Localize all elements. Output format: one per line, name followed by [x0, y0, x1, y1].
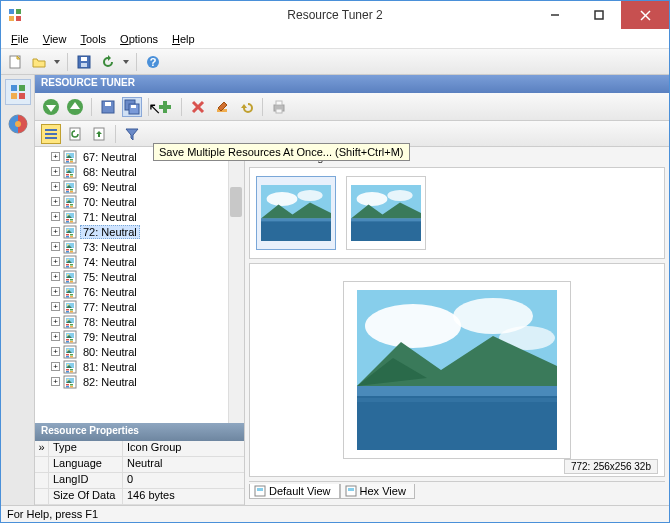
tree-item[interactable]: +69: Neutral	[39, 179, 244, 194]
property-row[interactable]: Size Of Data146 bytes	[35, 489, 244, 505]
resource-icon	[63, 345, 77, 359]
view-refresh-icon[interactable]	[65, 124, 85, 144]
tree-item[interactable]: +73: Neutral	[39, 239, 244, 254]
nav-up-icon[interactable]	[65, 97, 85, 117]
add-icon[interactable]	[155, 97, 175, 117]
svg-rect-185	[351, 219, 421, 241]
menu-help[interactable]: Help	[166, 31, 201, 47]
resource-icon	[63, 300, 77, 314]
menu-view[interactable]: View	[37, 31, 73, 47]
open-dropdown-icon[interactable]	[53, 60, 61, 64]
property-row[interactable]: »TypeIcon Group	[35, 441, 244, 457]
view-toolbar: Save Multiple Resources At Once... (Shif…	[35, 121, 669, 147]
svg-marker-46	[126, 129, 138, 140]
menu-options[interactable]: Options	[114, 31, 164, 47]
expand-icon[interactable]: +	[51, 212, 60, 221]
svg-rect-173	[66, 386, 69, 388]
svg-rect-110	[70, 266, 73, 268]
svg-rect-13	[81, 63, 87, 67]
svg-rect-99	[66, 249, 69, 251]
property-key: Size Of Data	[49, 489, 123, 504]
tree-item[interactable]: +74: Neutral	[39, 254, 244, 269]
expand-icon[interactable]: +	[51, 182, 60, 191]
save-resource-icon[interactable]	[98, 97, 118, 117]
save-icon[interactable]	[74, 52, 94, 72]
expand-icon[interactable]: +	[51, 362, 60, 371]
svg-rect-150	[70, 341, 73, 343]
tree-item[interactable]: +72: Neutral	[39, 224, 244, 239]
expand-icon[interactable]: +	[51, 347, 60, 356]
print-icon[interactable]	[269, 97, 289, 117]
svg-rect-132	[70, 309, 73, 311]
resource-tree[interactable]: +67: Neutral+68: Neutral+69: Neutral+70:…	[35, 147, 244, 423]
tree-item-label: 79: Neutral	[80, 331, 140, 343]
expand-icon[interactable]: +	[51, 317, 60, 326]
undo-icon[interactable]	[236, 97, 256, 117]
property-row[interactable]: LanguageNeutral	[35, 457, 244, 473]
expand-icon[interactable]: +	[51, 197, 60, 206]
new-file-icon[interactable]	[5, 52, 25, 72]
help-icon[interactable]: ?	[143, 52, 163, 72]
expand-icon[interactable]: +	[51, 302, 60, 311]
svg-rect-118	[70, 281, 73, 283]
svg-rect-149	[66, 341, 69, 343]
minimize-button[interactable]	[533, 1, 577, 29]
resource-icon	[63, 240, 77, 254]
svg-rect-124	[70, 294, 73, 296]
svg-rect-131	[66, 309, 69, 311]
tree-item[interactable]: +70: Neutral	[39, 194, 244, 209]
tree-item[interactable]: +81: Neutral	[39, 359, 244, 374]
expand-icon[interactable]: +	[51, 377, 60, 386]
tree-item[interactable]: +79: Neutral	[39, 329, 244, 344]
refresh-icon[interactable]	[98, 52, 118, 72]
tree-item[interactable]: +77: Neutral	[39, 299, 244, 314]
tree-item[interactable]: +80: Neutral	[39, 344, 244, 359]
tree-item[interactable]: +75: Neutral	[39, 269, 244, 284]
expand-icon[interactable]: +	[51, 152, 60, 161]
tree-item[interactable]: +68: Neutral	[39, 164, 244, 179]
view-tab[interactable]: Hex View	[340, 484, 415, 499]
resource-icon	[63, 360, 77, 374]
thumbnail[interactable]	[346, 176, 426, 250]
separator	[136, 53, 137, 71]
tree-item[interactable]: +71: Neutral	[39, 209, 244, 224]
expand-icon[interactable]: +	[51, 272, 60, 281]
nav-down-icon[interactable]	[41, 97, 61, 117]
tree-item[interactable]: +78: Neutral	[39, 314, 244, 329]
svg-rect-67	[66, 189, 69, 191]
tree-item[interactable]: +76: Neutral	[39, 284, 244, 299]
property-row[interactable]: LangID0	[35, 473, 244, 489]
export-icon[interactable]	[89, 124, 109, 144]
menu-file[interactable]: File	[5, 31, 35, 47]
tree-scrollbar[interactable]	[228, 147, 244, 423]
edit-icon[interactable]	[212, 97, 232, 117]
close-button[interactable]	[621, 1, 669, 29]
expand-icon[interactable]: +	[51, 257, 60, 266]
filter-icon[interactable]	[122, 124, 142, 144]
view-list-icon[interactable]	[41, 124, 61, 144]
status-bar: For Help, press F1	[1, 505, 669, 523]
thumbnail[interactable]	[256, 176, 336, 250]
svg-point-176	[267, 192, 298, 206]
delete-icon[interactable]	[188, 97, 208, 117]
view-tab[interactable]: Default View	[249, 484, 340, 499]
panel-header: RESOURCE TUNER	[35, 75, 669, 93]
expand-icon[interactable]: +	[51, 332, 60, 341]
expand-icon[interactable]: +	[51, 242, 60, 251]
svg-rect-70	[70, 191, 73, 193]
expand-icon[interactable]: +	[51, 227, 60, 236]
svg-rect-84	[70, 219, 73, 221]
expand-icon[interactable]: +	[51, 287, 60, 296]
sidebar-app-icon[interactable]	[5, 79, 31, 105]
refresh-dropdown-icon[interactable]	[122, 60, 130, 64]
expand-icon[interactable]: +	[51, 167, 60, 176]
sidebar-color-icon[interactable]	[5, 111, 31, 137]
separator	[91, 98, 92, 116]
save-multiple-icon[interactable]	[122, 97, 142, 117]
maximize-button[interactable]	[577, 1, 621, 29]
open-file-icon[interactable]	[29, 52, 49, 72]
separator	[115, 125, 116, 143]
tree-item[interactable]: +82: Neutral	[39, 374, 244, 389]
property-marker	[35, 489, 49, 504]
menu-tools[interactable]: Tools	[74, 31, 112, 47]
